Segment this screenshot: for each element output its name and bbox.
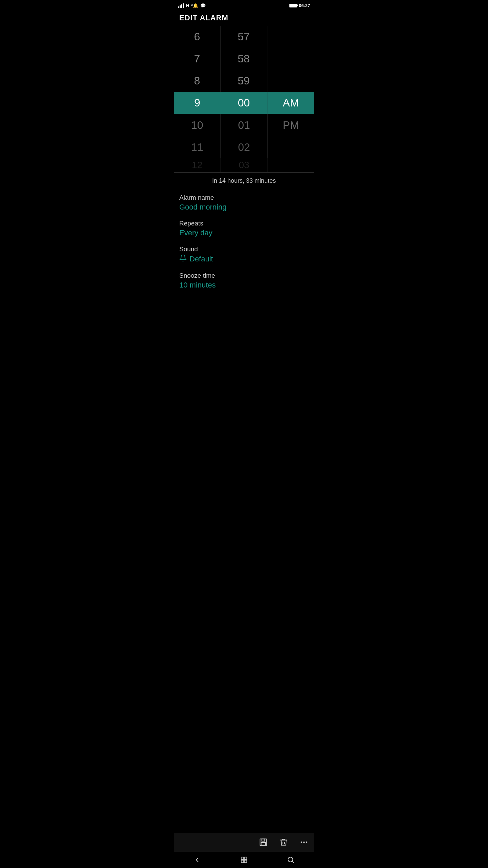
minute-item-02[interactable]: 02 [221, 136, 267, 158]
status-right: 06:27 [289, 3, 310, 8]
minute-item-58[interactable]: 58 [221, 48, 267, 70]
hour-item-12[interactable]: 12 [174, 158, 221, 172]
snooze-section[interactable]: Snooze time 10 minutes [179, 267, 309, 293]
snooze-value[interactable]: 10 minutes [179, 281, 309, 290]
picker-below-3[interactable]: 12 03 [174, 158, 314, 172]
signal-icon [178, 3, 184, 8]
status-bar: H ²🔔 💬 06:27 [174, 0, 314, 11]
alarm-name-section[interactable]: Alarm name Good morning [179, 189, 309, 215]
settings-container: Alarm name Good morning Repeats Every da… [174, 189, 314, 293]
minute-item-59[interactable]: 59 [221, 70, 267, 92]
minute-item-00-selected[interactable]: 00 [221, 92, 267, 114]
repeats-section[interactable]: Repeats Every day [179, 215, 309, 241]
minute-column[interactable]: 57 58 59 00 [221, 26, 267, 114]
time-picker[interactable]: 6 7 8 9 57 58 59 00 AM [174, 26, 314, 114]
hour-item-9-selected[interactable]: 9 [174, 92, 221, 114]
am-item-selected[interactable]: AM [267, 92, 314, 114]
bell-icon [179, 254, 187, 264]
alarm-name-label: Alarm name [179, 194, 309, 201]
minute-item-03[interactable]: 03 [221, 158, 267, 172]
ampm-empty [268, 136, 314, 158]
notification-icon: ²🔔 [191, 3, 198, 8]
sound-label: Sound [179, 245, 309, 253]
picker-below-2[interactable]: 11 02 [174, 136, 314, 158]
message-icon: 💬 [200, 3, 206, 8]
minute-item-57[interactable]: 57 [221, 26, 267, 48]
ampm-spacer [267, 26, 314, 92]
hour-item-7[interactable]: 7 [174, 48, 221, 70]
alarm-name-value[interactable]: Good morning [179, 203, 309, 212]
network-type: H [186, 3, 189, 8]
page-title: EDIT ALARM [174, 11, 314, 26]
ampm-empty-2 [268, 158, 314, 172]
sound-section[interactable]: Sound Default [179, 241, 309, 267]
repeats-label: Repeats [179, 220, 309, 227]
hour-item-10[interactable]: 10 [174, 114, 221, 136]
hour-item-6[interactable]: 6 [174, 26, 221, 48]
status-time: 06:27 [299, 3, 310, 8]
hour-column[interactable]: 6 7 8 9 [174, 26, 221, 114]
battery-icon [289, 4, 297, 7]
minute-item-01[interactable]: 01 [221, 114, 267, 136]
snooze-label: Snooze time [179, 272, 309, 279]
time-info: In 14 hours, 33 minutes [174, 173, 314, 189]
picker-below[interactable]: 10 01 PM [174, 114, 314, 136]
repeats-value[interactable]: Every day [179, 229, 309, 237]
pm-item[interactable]: PM [268, 114, 314, 136]
status-left: H ²🔔 💬 [178, 3, 206, 8]
sound-value[interactable]: Default [179, 254, 309, 264]
hour-item-11[interactable]: 11 [174, 136, 221, 158]
ampm-column[interactable]: AM [267, 26, 314, 114]
hour-item-8[interactable]: 8 [174, 70, 221, 92]
